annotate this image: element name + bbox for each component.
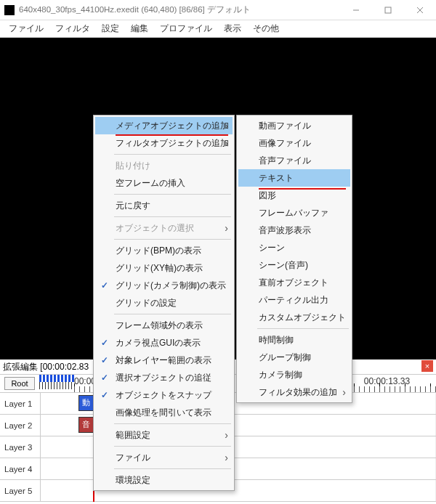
menu-item[interactable]: パーティクル出力	[238, 291, 350, 309]
timeline-close-button[interactable]: ×	[421, 360, 433, 372]
layer-label[interactable]: Layer 3	[0, 436, 41, 458]
menu-item[interactable]: 元に戻す	[95, 197, 233, 214]
menu-item[interactable]: シーン(音声)	[238, 256, 350, 274]
root-button[interactable]: Root	[4, 377, 35, 390]
menu-item[interactable]: グループ制御	[238, 349, 350, 366]
menu-item[interactable]: 選択オブジェクトの追従	[95, 369, 233, 386]
menu-item[interactable]: 図形	[238, 187, 350, 204]
menu-separator	[114, 154, 231, 155]
ruler-mini[interactable]	[39, 375, 74, 392]
timeline-title: 拡張編集 [00:00:02.83	[3, 361, 89, 373]
menu-item[interactable]: フィルタオブジェクトの追加	[95, 134, 233, 152]
menu-item[interactable]: フレーム領域外の表示	[95, 317, 233, 334]
menu-item[interactable]: 範囲設定	[95, 426, 233, 444]
context-submenu: 動画ファイル画像ファイル音声ファイルテキスト図形フレームバッファ音声波形表示シー…	[236, 115, 352, 403]
menu-item[interactable]: テキスト	[238, 169, 350, 187]
menu-item[interactable]: グリッドの設定	[95, 294, 233, 312]
menu-item[interactable]: グリッド(カメラ制御)の表示	[95, 277, 233, 294]
menu-item[interactable]: 音声ファイル	[238, 152, 350, 169]
close-button[interactable]	[404, 0, 436, 20]
menu-編集[interactable]: 編集	[125, 20, 154, 38]
layer-label[interactable]: Layer 1	[0, 393, 41, 414]
menu-separator	[114, 468, 231, 469]
video-clip[interactable]: 動	[78, 395, 94, 411]
menu-separator	[114, 216, 231, 217]
menu-separator	[257, 328, 349, 329]
menu-item[interactable]: グリッド(XY軸)の表示	[95, 259, 233, 277]
menubar: ファイルフィルタ設定編集プロファイル表示その他	[0, 20, 436, 38]
menu-item[interactable]: 対象レイヤー範囲の表示	[95, 351, 233, 369]
audio-clip[interactable]: 音	[78, 417, 94, 433]
menu-item[interactable]: 時間制御	[238, 331, 350, 349]
menu-item[interactable]: 画像処理を間引いて表示	[95, 404, 233, 421]
menu-item[interactable]: ファイル	[95, 449, 233, 466]
menu-item[interactable]: 環境設定	[95, 471, 233, 489]
menu-item[interactable]: カメラ視点GUIの表示	[95, 334, 233, 351]
menu-item[interactable]: フィルタ効果の追加	[238, 383, 350, 401]
window-title: 640x480_30fps_44100Hz.exedit (640,480) […	[19, 4, 340, 15]
menu-ファイル[interactable]: ファイル	[3, 20, 49, 38]
layer-label[interactable]: Layer 5	[0, 480, 41, 501]
menu-item[interactable]: オブジェクトをスナップ	[95, 386, 233, 404]
menu-separator	[114, 423, 231, 424]
menu-プロファイル[interactable]: プロファイル	[154, 20, 218, 38]
menu-separator	[114, 314, 231, 314]
minimize-button[interactable]	[340, 0, 372, 20]
maximize-button[interactable]	[372, 0, 404, 20]
svg-rect-1	[385, 7, 391, 13]
layer-label[interactable]: Layer 4	[0, 458, 41, 479]
layer-label[interactable]: Layer 2	[0, 415, 41, 436]
menu-separator	[114, 446, 231, 447]
menu-item[interactable]: フレームバッファ	[238, 204, 350, 221]
menu-item[interactable]: カスタムオブジェクト	[238, 309, 350, 326]
menu-separator	[114, 194, 231, 195]
menu-item[interactable]: グリッド(BPM)の表示	[95, 242, 233, 259]
menu-item[interactable]: 音声波形表示	[238, 221, 350, 239]
menu-item: オブジェクトの選択	[95, 219, 233, 237]
menu-その他[interactable]: その他	[247, 20, 285, 38]
menu-item: 貼り付け	[95, 157, 233, 174]
menu-separator	[114, 239, 231, 240]
menu-フィルタ[interactable]: フィルタ	[49, 20, 96, 38]
menu-表示[interactable]: 表示	[218, 20, 247, 38]
menu-item[interactable]: 画像ファイル	[238, 134, 350, 152]
menu-item[interactable]: カメラ制御	[238, 366, 350, 383]
menu-item[interactable]: 空フレームの挿入	[95, 174, 233, 192]
app-icon	[4, 5, 15, 15]
menu-item[interactable]: 直前オブジェクト	[238, 274, 350, 291]
menu-item[interactable]: メディアオブジェクトの追加	[95, 117, 233, 134]
menu-item[interactable]: シーン	[238, 239, 350, 256]
menu-item[interactable]: 動画ファイル	[238, 117, 350, 134]
context-menu: メディアオブジェクトの追加フィルタオブジェクトの追加貼り付け空フレームの挿入元に…	[93, 115, 235, 491]
menu-設定[interactable]: 設定	[96, 20, 125, 38]
titlebar: 640x480_30fps_44100Hz.exedit (640,480) […	[0, 0, 436, 20]
